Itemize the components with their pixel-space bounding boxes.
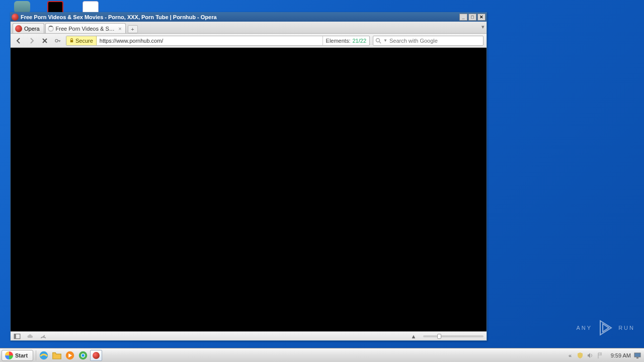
panel-toggle-button[interactable] bbox=[14, 333, 21, 340]
taskbar: Start « 9:59 AM bbox=[0, 348, 644, 362]
elements-count: 21/22 bbox=[352, 38, 366, 44]
chrome-icon bbox=[77, 350, 89, 361]
search-icon bbox=[375, 38, 381, 44]
search-input[interactable] bbox=[389, 38, 481, 44]
window-title: Free Porn Videos & Sex Movies - Porno, X… bbox=[21, 14, 459, 20]
speaker-icon bbox=[587, 352, 594, 359]
secure-label: Secure bbox=[75, 38, 93, 44]
play-outline-icon bbox=[596, 319, 614, 337]
taskbar-ie-button[interactable] bbox=[38, 350, 50, 361]
speed-dial-tab[interactable]: Opera bbox=[13, 23, 44, 33]
opera-window: Free Porn Videos & Sex Movies - Porno, X… bbox=[10, 12, 487, 341]
start-button[interactable]: Start bbox=[2, 350, 33, 361]
tray-flag-icon[interactable] bbox=[597, 352, 604, 359]
window-titlebar[interactable]: Free Porn Videos & Sex Movies - Porno, X… bbox=[11, 13, 487, 22]
zoom-track[interactable] bbox=[423, 335, 484, 337]
zoom-slider[interactable] bbox=[423, 335, 484, 337]
close-tab-button[interactable]: × bbox=[117, 26, 123, 32]
watermark-text-a: ANY bbox=[577, 325, 593, 331]
taskbar-chrome-button[interactable] bbox=[77, 350, 89, 361]
chevron-left-icon: « bbox=[569, 352, 572, 358]
flag-icon bbox=[597, 352, 604, 359]
anyrun-watermark: ANY RUN bbox=[577, 319, 635, 337]
minimize-button[interactable]: _ bbox=[459, 14, 467, 21]
secure-badge[interactable]: Secure bbox=[66, 36, 97, 45]
wand-button[interactable] bbox=[53, 36, 63, 46]
taskbar-media-button[interactable] bbox=[64, 350, 76, 361]
taskbar-clock[interactable]: 9:59 AM bbox=[607, 352, 631, 358]
elements-label: Elements: bbox=[326, 38, 351, 44]
speed-dial-label: Opera bbox=[24, 26, 40, 32]
arrow-right-icon bbox=[29, 38, 35, 44]
forward-button[interactable] bbox=[27, 36, 37, 46]
svg-point-0 bbox=[55, 39, 58, 42]
tab-menu-chevron-icon[interactable]: ▾ bbox=[481, 24, 485, 30]
ie-icon bbox=[38, 350, 49, 361]
opera-logo-icon bbox=[15, 25, 22, 32]
opera-logo-icon bbox=[12, 14, 19, 21]
search-engine-dropdown-icon[interactable]: ▼ bbox=[383, 38, 387, 43]
close-button[interactable]: ✕ bbox=[477, 14, 486, 21]
tray-expand-button[interactable]: « bbox=[567, 352, 574, 359]
tab-strip: Opera Free Porn Videos & Sex ... × + ▾ bbox=[11, 22, 487, 34]
key-icon bbox=[55, 38, 61, 44]
loading-spinner-icon bbox=[48, 26, 54, 32]
back-button[interactable] bbox=[14, 36, 24, 46]
address-field-container: Secure Elements: 21/22 bbox=[66, 36, 370, 46]
stop-icon bbox=[42, 38, 48, 44]
search-box: ▼ bbox=[373, 36, 484, 46]
page-tab-label: Free Porn Videos & Sex ... bbox=[56, 26, 117, 32]
windows-logo-icon bbox=[5, 351, 13, 359]
gauge-icon bbox=[40, 333, 47, 340]
tray-security-icon[interactable] bbox=[577, 352, 584, 359]
watermark-text-b: RUN bbox=[618, 325, 635, 331]
page-tab[interactable]: Free Porn Videos & Sex ... × bbox=[45, 23, 126, 33]
maximize-button[interactable]: □ bbox=[468, 14, 476, 21]
turbo-button[interactable] bbox=[40, 333, 47, 340]
status-bar: ▲ bbox=[11, 331, 487, 340]
zoom-knob[interactable] bbox=[437, 334, 441, 339]
new-tab-button[interactable]: + bbox=[128, 25, 138, 33]
folder-icon bbox=[51, 350, 62, 361]
taskbar-explorer-button[interactable] bbox=[51, 350, 63, 361]
page-viewport[interactable] bbox=[11, 48, 487, 331]
scroll-top-button[interactable]: ▲ bbox=[410, 333, 417, 340]
lock-icon bbox=[69, 38, 74, 43]
elements-indicator[interactable]: Elements: 21/22 bbox=[323, 36, 369, 45]
tray-volume-icon[interactable] bbox=[587, 352, 594, 359]
shield-icon bbox=[577, 352, 584, 359]
address-toolbar: Secure Elements: 21/22 ▼ bbox=[11, 34, 487, 48]
svg-point-9 bbox=[82, 354, 85, 357]
stop-button[interactable] bbox=[40, 36, 50, 46]
svg-point-2 bbox=[376, 38, 380, 42]
svg-rect-10 bbox=[634, 353, 640, 357]
sync-button[interactable] bbox=[27, 333, 34, 340]
panel-icon bbox=[14, 333, 21, 340]
monitor-icon bbox=[634, 352, 641, 359]
tray-show-desktop[interactable] bbox=[634, 352, 641, 359]
media-player-icon bbox=[64, 350, 75, 361]
cloud-icon bbox=[27, 334, 34, 339]
taskbar-opera-button[interactable] bbox=[90, 350, 102, 361]
arrow-left-icon bbox=[16, 38, 22, 44]
svg-rect-1 bbox=[70, 40, 73, 43]
start-label: Start bbox=[15, 352, 28, 358]
svg-rect-11 bbox=[636, 357, 638, 358]
system-tray: « 9:59 AM bbox=[564, 352, 644, 359]
caret-up-icon: ▲ bbox=[411, 333, 417, 339]
svg-rect-4 bbox=[14, 334, 16, 338]
url-input[interactable] bbox=[97, 38, 323, 44]
opera-logo-icon bbox=[93, 352, 100, 359]
